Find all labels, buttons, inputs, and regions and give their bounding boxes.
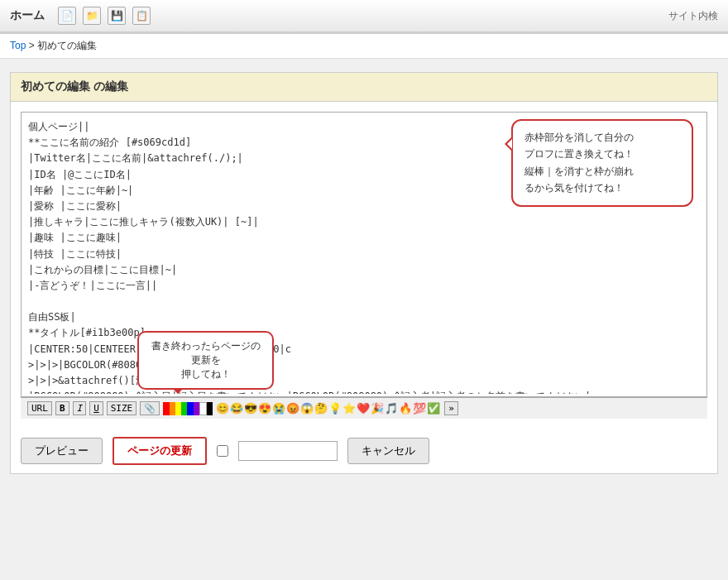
callout-update-bubble: 書き終わったらページの更新を 押してね！ (137, 331, 274, 390)
more-button[interactable]: » (444, 401, 458, 415)
editor-main: 赤枠部分を消して自分の プロフに置き換えてね！ 縦棒｜を消すと枠が崩れ るから気… (11, 102, 717, 429)
callout-update-line2: 押してね！ (181, 368, 231, 380)
save-icon[interactable]: 💾 (108, 7, 126, 25)
color-purple[interactable] (194, 402, 199, 415)
editor-toolbar: URL B I U SIZE 📎 😊😂😎😍😭😡😱🤔💡⭐❤️🎉🎵🔥� (21, 397, 707, 419)
home-link[interactable]: ホーム (10, 8, 45, 23)
color-yellow[interactable] (175, 402, 181, 415)
cancel-button[interactable]: キャンセル (347, 438, 429, 464)
callout-main-bubble: 赤枠部分を消して自分の プロフに置き換えてね！ 縦棒｜を消すと枠が崩れ るから気… (511, 119, 693, 207)
underline-button[interactable]: U (89, 401, 103, 415)
color-white[interactable] (199, 402, 207, 415)
callout-line2: プロフに置き換えてね！ (524, 148, 634, 160)
text-area-wrapper: 赤枠部分を消して自分の プロフに置き換えてね！ 縦棒｜を消すと枠が崩れ るから気… (21, 112, 707, 397)
page-content: 初めての編集 の編集 赤枠部分を消して自分の プロフに置き換えてね！ 縦棒｜を消… (0, 59, 728, 487)
attach-button[interactable]: 📎 (140, 401, 160, 415)
breadcrumb: Top > 初めての編集 (0, 34, 728, 59)
color-orange[interactable] (170, 402, 175, 415)
bold-button[interactable]: B (55, 401, 69, 415)
update-text-input[interactable] (238, 441, 338, 461)
color-red[interactable] (163, 402, 169, 415)
logo-area: ホーム 📄 📁 💾 📋 サイト内検 (0, 0, 728, 33)
breadcrumb-current: 初めての編集 (37, 40, 97, 51)
color-green[interactable] (181, 402, 187, 415)
italic-button[interactable]: I (73, 401, 87, 415)
update-button[interactable]: ページの更新 (113, 437, 207, 465)
new-page-icon[interactable]: 📄 (58, 7, 76, 25)
callout-line3: 縦棒｜を消すと枠が崩れ (524, 165, 634, 177)
top-bar: ホーム 📄 📁 💾 📋 サイト内検 (0, 0, 728, 34)
callout-update-line1: 書き終わったらページの更新を (151, 340, 261, 366)
callout-line4: るから気を付けてね！ (524, 182, 624, 194)
preview-button[interactable]: プレビュー (21, 438, 103, 464)
editor-title: 初めての編集 の編集 (11, 73, 717, 102)
color-black[interactable] (207, 402, 213, 415)
emoji-toolbar: 😊😂😎😍😭😡😱🤔💡⭐❤️🎉🎵🔥💯✅ (216, 402, 441, 415)
info-icon[interactable]: 📋 (132, 7, 151, 25)
toolbar-icons: 📄 📁 💾 📋 (58, 7, 151, 25)
color-bar[interactable] (163, 402, 213, 415)
editor-section: 初めての編集 の編集 赤枠部分を消して自分の プロフに置き換えてね！ 縦棒｜を消… (10, 72, 718, 474)
update-checkbox[interactable] (217, 445, 228, 457)
callout-line1: 赤枠部分を消して自分の (524, 132, 634, 143)
folder-icon[interactable]: 📁 (83, 7, 101, 25)
url-button[interactable]: URL (27, 401, 52, 415)
action-buttons-row: プレビュー ページの更新 キャンセル (11, 429, 717, 473)
breadcrumb-top-link[interactable]: Top (10, 40, 26, 51)
color-blue[interactable] (187, 402, 193, 415)
size-button[interactable]: SIZE (107, 401, 137, 415)
site-search-label: サイト内検 (668, 9, 718, 23)
